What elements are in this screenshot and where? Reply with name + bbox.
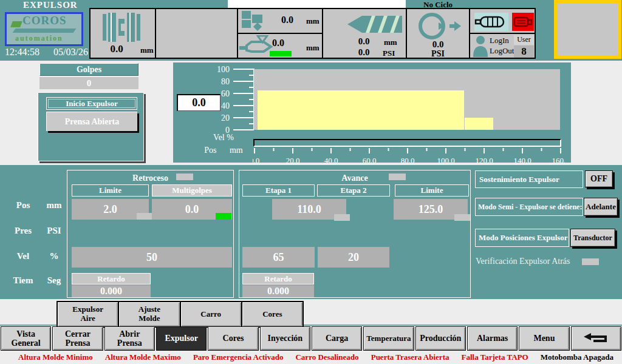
screw-pressure-unit: PSI bbox=[383, 49, 395, 58]
status-falla-tarjeta-tapo: Falla Tarjeta TAPO bbox=[462, 352, 528, 362]
position-axis-bar bbox=[253, 139, 561, 147]
subnav-expulsor-aire[interactable]: Expulsor Aire bbox=[58, 302, 119, 326]
screw-pressure-value: 0.0 bbox=[351, 47, 377, 58]
svg-text:120.0: 120.0 bbox=[475, 156, 493, 165]
subnav-cores[interactable]: Cores bbox=[242, 302, 302, 326]
nav-bar: Vista GeneralCerrar PrensaAbrir PrensaEx… bbox=[0, 326, 622, 351]
pump-panel: 0.0 PSI bbox=[406, 8, 470, 59]
nav-inyección[interactable]: Inyección bbox=[260, 326, 310, 351]
core-subpanel: 0.0 mm bbox=[238, 9, 322, 34]
heater-login-panel: LogIn LogOut User 8 bbox=[469, 8, 536, 59]
avance-etapa1-indicator bbox=[334, 214, 350, 221]
status-altura-molde-maximo: Altura Molde Maximo bbox=[105, 352, 181, 362]
pump-pressure-value: 0.0 bbox=[411, 39, 465, 50]
heater-subpanel bbox=[470, 9, 535, 34]
modo-posiciones-label: Modo Posiciones Expulsor bbox=[475, 229, 569, 247]
sostenimiento-toggle-button[interactable]: OFF bbox=[585, 170, 613, 187]
screw-panel: 0.0 mm 0.0 PSI bbox=[322, 8, 407, 59]
nav-menu[interactable]: Menu bbox=[519, 326, 569, 351]
user-level-value: 8 bbox=[514, 46, 534, 58]
retroceso-vel-field[interactable]: 50 bbox=[72, 247, 232, 268]
status-bar: Altura Molde MinimoAltura Molde MaximoPa… bbox=[0, 351, 622, 364]
avance-etapa1-vel-field[interactable]: 65 bbox=[242, 247, 315, 268]
modo-semi-button[interactable]: Adelante bbox=[584, 198, 618, 216]
page-title: EXPULSOR bbox=[23, 0, 78, 10]
retroceso-limite-header: Limite bbox=[72, 184, 149, 197]
nav-abrir-prensa[interactable]: Abrir Prensa bbox=[104, 326, 155, 351]
mold-position-unit: mm bbox=[140, 46, 154, 55]
status-puerta-trasera-abierta: Puerta Trasera Abierta bbox=[371, 352, 449, 362]
nav-cores[interactable]: Cores bbox=[208, 326, 258, 351]
retroceso-title: Retroceso bbox=[67, 174, 233, 183]
screw-pos-value: 0.0 bbox=[351, 36, 377, 47]
carriage-subpanel: 0.0 mm bbox=[238, 35, 322, 58]
golpes-header: Golpes bbox=[39, 63, 138, 76]
heater-band-off-icon bbox=[512, 13, 534, 31]
login-subpanel[interactable]: LogIn LogOut User 8 bbox=[470, 35, 535, 58]
param-row-vel: Vel% bbox=[0, 251, 67, 263]
top-white-strip bbox=[228, 0, 406, 8]
nav-cerrar-prensa[interactable]: Cerrar Prensa bbox=[52, 326, 103, 351]
user-icon bbox=[473, 35, 488, 57]
avance-title: Avance bbox=[239, 174, 470, 183]
svg-text:140.0: 140.0 bbox=[513, 156, 531, 165]
pump-pressure-unit: PSI bbox=[411, 49, 465, 59]
pump-icon bbox=[415, 11, 462, 41]
avance-limite-indicator bbox=[454, 214, 470, 221]
subnav-bar: Expulsor AireAjuste MoldeCarroCores bbox=[56, 301, 304, 328]
empty-panel bbox=[155, 8, 238, 59]
avance-limite-header: Limite bbox=[395, 184, 469, 197]
carriage-value: 0.0 bbox=[266, 38, 290, 49]
logout-label[interactable]: LogOut bbox=[490, 46, 514, 56]
nav-producción[interactable]: Producción bbox=[415, 326, 466, 351]
retroceso-multigolpes-header: Multigolpes bbox=[152, 184, 232, 197]
svg-text:100: 100 bbox=[217, 65, 230, 74]
svg-text:100.0: 100.0 bbox=[437, 156, 454, 165]
back-arrow-icon bbox=[583, 332, 609, 345]
core-carriage-panel: 0.0 mm 0.0 mm bbox=[237, 8, 323, 59]
velocity-profile-chart: 0.0 020406080100 0.020.040.060.080.0100.… bbox=[173, 62, 571, 163]
x-axis-label: Pos mm bbox=[200, 146, 247, 155]
avance-etapa2-vel-field[interactable]: 20 bbox=[318, 247, 389, 268]
nav-expulsor[interactable]: Expulsor bbox=[156, 326, 207, 351]
logo-shape bbox=[10, 21, 22, 27]
status-altura-molde-minimo: Altura Molde Minimo bbox=[18, 352, 93, 362]
param-row-labels: PosmmPresPSIVel%TiemSeg bbox=[0, 165, 67, 299]
heater-band-on-button[interactable] bbox=[474, 13, 508, 31]
retroceso-indicator bbox=[176, 174, 193, 180]
nav-carga[interactable]: Carga bbox=[312, 326, 362, 351]
velocity-step bbox=[465, 118, 493, 130]
core-unit: mm bbox=[306, 16, 320, 26]
prensa-abierta-button[interactable]: Prensa Abierta bbox=[46, 112, 137, 131]
subnav-carro[interactable]: Carro bbox=[181, 302, 242, 326]
sostenimiento-label: Sostenimiento Expulsor bbox=[475, 170, 583, 188]
svg-text:20.0: 20.0 bbox=[286, 156, 300, 165]
chart-plot-area bbox=[254, 69, 560, 130]
param-row-pres: PresPSI bbox=[0, 226, 67, 238]
svg-text:160.0: 160.0 bbox=[552, 156, 565, 165]
nav-vista-general[interactable]: Vista General bbox=[1, 326, 51, 351]
avance-etapa1-header: Etapa 1 bbox=[242, 184, 315, 197]
svg-text:80.0: 80.0 bbox=[401, 156, 415, 165]
svg-text:80: 80 bbox=[221, 77, 230, 86]
logo-swoosh bbox=[13, 29, 77, 33]
retroceso-retardo-field[interactable]: 0.000 bbox=[72, 285, 151, 297]
avance-retardo-field[interactable]: 0.000 bbox=[242, 285, 314, 297]
inicio-expulsor-title: Inicio Expulsor bbox=[46, 97, 137, 110]
modo-posiciones-button[interactable]: Transductor bbox=[570, 229, 615, 247]
login-label[interactable]: LogIn bbox=[490, 36, 509, 46]
modo-semi-label: Modo Semi - Expulsor se detiene: bbox=[475, 198, 583, 216]
heater-band-off-button[interactable] bbox=[512, 13, 534, 31]
nav-back-button[interactable] bbox=[571, 326, 621, 351]
nav-alarmas[interactable]: Alarmas bbox=[467, 326, 518, 351]
user-level-label: User bbox=[514, 35, 534, 45]
svg-text:40: 40 bbox=[221, 101, 230, 110]
nav-temperatura[interactable]: Temperatura bbox=[363, 326, 414, 351]
subnav-ajuste-molde[interactable]: Ajuste Molde bbox=[119, 302, 180, 326]
logo-subtext: automation bbox=[15, 34, 63, 43]
clock-time: 12:44:58 bbox=[5, 47, 39, 58]
verificacion-indicator bbox=[582, 258, 599, 265]
screw-icon bbox=[346, 12, 403, 37]
mold-position-panel: 0.0 mm bbox=[89, 8, 156, 59]
core-value: 0.0 bbox=[273, 15, 301, 25]
